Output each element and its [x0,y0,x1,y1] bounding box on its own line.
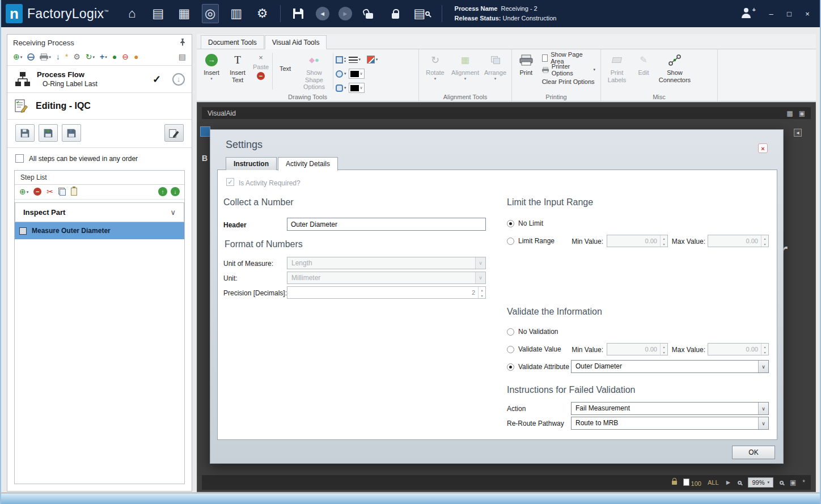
lock-view-icon[interactable] [672,481,677,485]
alignment-button[interactable]: ▦ Alignment▾ [450,50,481,81]
no-limit-radio-row[interactable]: No Limit [507,219,543,228]
add-button[interactable]: ⊕▾ [13,53,22,61]
no-validation-radio-row[interactable]: No Validation [507,327,558,336]
validate-attribute-select[interactable]: Outer Diameter ∨ [571,360,769,373]
rotate-button[interactable]: ↻ Rotate▾ [421,50,450,81]
step-measure-outer-diameter[interactable]: Measure Outer Diameter [15,222,184,239]
unlock-button[interactable] [361,4,378,23]
insert-shape-button[interactable]: → Insert▾ [198,50,225,81]
chevron-down-icon[interactable]: ∨ [170,208,176,217]
validate-attribute-radio[interactable] [507,363,514,371]
show-shape-options-button[interactable]: ◆● Show ShapeOptions [297,50,332,91]
grid-view-icon[interactable]: ▦ [786,109,793,117]
validate-value-radio-row[interactable]: Validate Value [507,345,561,354]
spin-down-icon[interactable]: ▾ [479,293,485,298]
remove-shape-button[interactable]: − [257,72,265,80]
paste-button[interactable] [71,188,77,196]
validate-attribute-radio-row[interactable]: Validate Attribute [507,362,569,371]
export-document-button[interactable]: T [62,124,81,142]
show-connectors-button[interactable]: ShowConnectors [656,50,693,83]
process-designer-button[interactable]: ▤ [150,4,167,23]
fill-color-picker[interactable]: ∨ [349,82,365,94]
move-up-button[interactable]: ↑ [158,187,167,196]
tab-instruction[interactable]: Instruction [226,157,277,170]
settings-button[interactable]: ⚙ [73,53,81,61]
no-validation-radio[interactable] [507,328,514,336]
home-button[interactable]: ⌂ [124,4,141,23]
forward-button[interactable]: ► [338,7,352,20]
edit-visual-aid-button[interactable] [164,124,184,142]
rectangle-shape-button[interactable]: ▴▾ [336,53,346,66]
show-page-area-button[interactable]: Show Page Area [540,53,598,63]
dropdown-arrow-icon[interactable]: ∨ [758,361,768,372]
pan-button[interactable]: ► [725,478,732,486]
visual-aid-mode-button[interactable]: ◎ [202,4,219,23]
settings-gear-button[interactable]: ⚙ [254,4,271,23]
hyperlink-button[interactable] [27,53,35,61]
zoom-in-button[interactable] [780,481,784,485]
limit-range-radio[interactable] [507,238,514,245]
print-button[interactable]: ▾ [40,53,51,61]
validate-value-radio[interactable] [507,346,514,353]
tab-document-tools[interactable]: Document Tools [201,35,264,49]
is-activity-required-checkbox[interactable]: ✓ [226,178,234,186]
insert-text-button[interactable]: T InsertText [225,50,251,83]
unit-select[interactable]: Millimeter ∨ [287,272,486,284]
user-button[interactable]: * [65,53,68,61]
any-order-row[interactable]: All steps can be viewed in any order [7,148,192,169]
limit-min-spinner[interactable]: 0.00 ▴▾ [607,235,668,247]
disable-icon[interactable]: ⊖ [122,53,129,61]
print-button-ribbon[interactable]: Print [514,50,539,77]
any-order-checkbox[interactable] [15,154,24,163]
arrange-button[interactable]: Arrange▾ [481,50,510,81]
print-labels-button[interactable]: PrintLabels [603,50,631,83]
zoom-out-button[interactable] [738,481,742,485]
spin-up-icon[interactable]: ▴ [479,287,485,293]
process-flow-row[interactable]: Process Flow O-Ring Label Last ✓ ↓ [7,66,192,93]
header-input[interactable] [287,218,486,231]
dialog-close-button[interactable]: × [758,143,768,153]
validate-max-spinner[interactable]: 0.00 ▴▾ [708,343,769,355]
clear-print-options-button[interactable]: Clear Print Options [540,77,598,87]
copy-button[interactable] [58,188,66,196]
edit-button[interactable]: ✎ Edit [631,50,656,77]
limit-max-spinner[interactable]: 0.00 ▴▾ [708,235,769,247]
stroke-color-picker[interactable]: ∨ [349,67,365,80]
import-button[interactable]: ↓ [56,53,60,61]
add-step-button[interactable]: ⊕▾ [19,188,28,196]
unit-of-measure-select[interactable]: Length ∨ [287,257,486,269]
enable-icon[interactable]: ● [112,53,117,61]
close-button[interactable]: × [803,10,812,18]
insert-image-button[interactable]: ▾ [367,53,378,66]
maximize-button[interactable]: □ [785,10,794,18]
dropdown-arrow-icon[interactable]: ∨ [758,403,768,414]
document-templates-button[interactable]: ▦ [176,4,193,23]
pin-button[interactable] [179,38,186,48]
ellipse-shape-button[interactable]: ▾ [336,67,346,80]
cut-button[interactable]: ✂ [46,188,53,196]
insert-step-button[interactable]: +▾ [100,53,107,61]
printer-options-button[interactable]: Printer Options▾ [540,65,598,75]
refresh-button[interactable]: ↻▾ [86,53,95,61]
step-group-inspect-part[interactable]: Inspect Part ∨ [15,202,184,222]
action-select[interactable]: Fail Measurement ∨ [571,402,769,415]
report-button[interactable]: ▤ [179,53,186,61]
validate-min-spinner[interactable]: 0.00 ▴▾ [607,343,668,355]
visualaid-header-bar[interactable]: VisualAid ▦ ▣ [202,107,811,119]
news-button[interactable]: ▥ [228,4,245,23]
import-document-button[interactable] [39,124,58,142]
precision-spinner[interactable]: 2 ▴▾ [287,286,486,299]
lock-user-button[interactable] [387,4,404,23]
no-limit-radio[interactable] [507,220,514,227]
tab-activity-details[interactable]: Activity Details [278,157,338,171]
dropdown-arrow-icon[interactable]: ∨ [758,417,768,429]
reroute-pathway-select[interactable]: Route to MRB ∨ [571,417,769,430]
flow-search-button[interactable]: ▤ [413,4,430,23]
remove-step-button[interactable]: − [33,188,41,196]
zoom-all-button[interactable]: ALL [708,479,719,486]
collapse-button[interactable]: ↓ [172,73,185,86]
zoom-region-button[interactable]: ▣ [790,478,796,486]
tab-visual-aid-tools[interactable]: Visual Aid Tools [265,35,327,49]
zoom-100-button[interactable]: 100 [683,478,701,487]
collapse-side-panel-icon[interactable]: ◄ [794,129,802,137]
